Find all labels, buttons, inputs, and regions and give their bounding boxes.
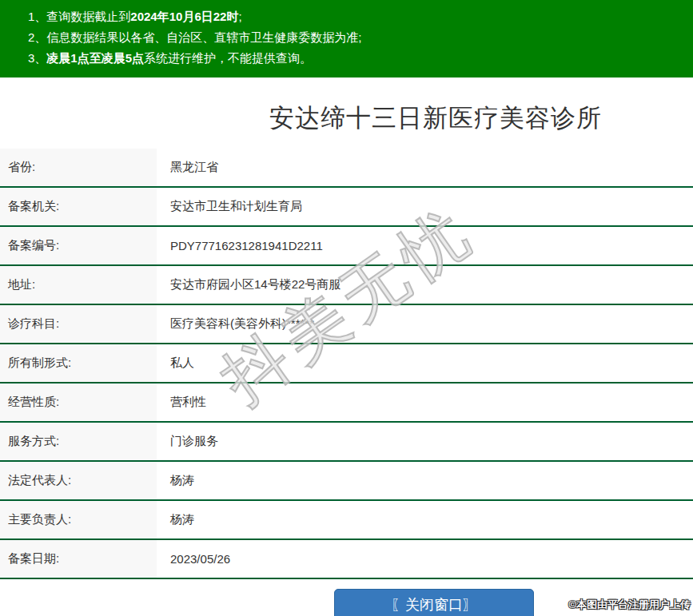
row-value: 杨涛	[157, 501, 693, 539]
table-row: 备案编号: PDY77716231281941D2211	[0, 227, 693, 266]
close-window-button[interactable]: 〖关闭窗口〗	[334, 589, 534, 616]
table-row: 备案日期: 2023/05/26	[0, 540, 693, 579]
row-label: 诊疗科目:	[0, 305, 157, 343]
notice-line: 2、信息数据结果以各省、自治区、直辖市卫生健康委数据为准;	[28, 27, 685, 48]
row-label: 经营性质:	[0, 384, 157, 421]
row-label: 省份:	[0, 149, 157, 186]
row-value: 2023/05/26	[157, 540, 693, 578]
row-label: 备案日期:	[0, 540, 157, 578]
table-row: 主要负责人: 杨涛	[0, 501, 693, 540]
notice-line: 1、查询数据截止到2024年10月6日22时;	[28, 6, 685, 27]
info-table: 省份: 黑龙江省 备案机关: 安达市卫生和计划生育局 备案编号: PDY7771…	[0, 149, 693, 579]
corner-watermark: ©本图由平台注册用户上传	[568, 598, 691, 612]
row-value: 黑龙江省	[157, 149, 693, 186]
table-row: 法定代表人: 杨涛	[0, 462, 693, 501]
row-label: 地址:	[0, 266, 157, 304]
row-value: 安达市府园小区14号楼22号商服	[157, 266, 693, 304]
row-value: 私人	[157, 344, 693, 382]
table-row: 经营性质: 营利性	[0, 384, 693, 423]
row-label: 法定代表人:	[0, 462, 157, 499]
table-row: 诊疗科目: 医疗美容科(美容外科)******	[0, 305, 693, 344]
row-value: 安达市卫生和计划生育局	[157, 188, 693, 225]
row-value: 营利性	[157, 384, 693, 421]
row-value: PDY77716231281941D2211	[157, 227, 693, 264]
notice-bar: 1、查询数据截止到2024年10月6日22时;2、信息数据结果以各省、自治区、直…	[0, 0, 693, 77]
row-label: 主要负责人:	[0, 501, 157, 539]
table-row: 服务方式: 门诊服务	[0, 423, 693, 462]
page-title: 安达缔十三日新医疗美容诊所	[269, 104, 602, 132]
table-row: 所有制形式: 私人	[0, 344, 693, 384]
table-row: 地址: 安达市府园小区14号楼22号商服	[0, 266, 693, 305]
title-wrap: 安达缔十三日新医疗美容诊所	[178, 77, 693, 149]
row-label: 服务方式:	[0, 423, 157, 460]
query-result-page: 1、查询数据截止到2024年10月6日22时;2、信息数据结果以各省、自治区、直…	[0, 0, 693, 616]
notice-line: 3、凌晨1点至凌晨5点系统进行维护，不能提供查询。	[28, 48, 685, 69]
row-value: 杨涛	[157, 462, 693, 499]
row-label: 所有制形式:	[0, 344, 157, 382]
row-label: 备案机关:	[0, 188, 157, 225]
table-row: 省份: 黑龙江省	[0, 149, 693, 188]
row-value: 门诊服务	[157, 423, 693, 460]
row-label: 备案编号:	[0, 227, 157, 264]
row-value: 医疗美容科(美容外科)******	[157, 305, 693, 343]
table-row: 备案机关: 安达市卫生和计划生育局	[0, 188, 693, 227]
